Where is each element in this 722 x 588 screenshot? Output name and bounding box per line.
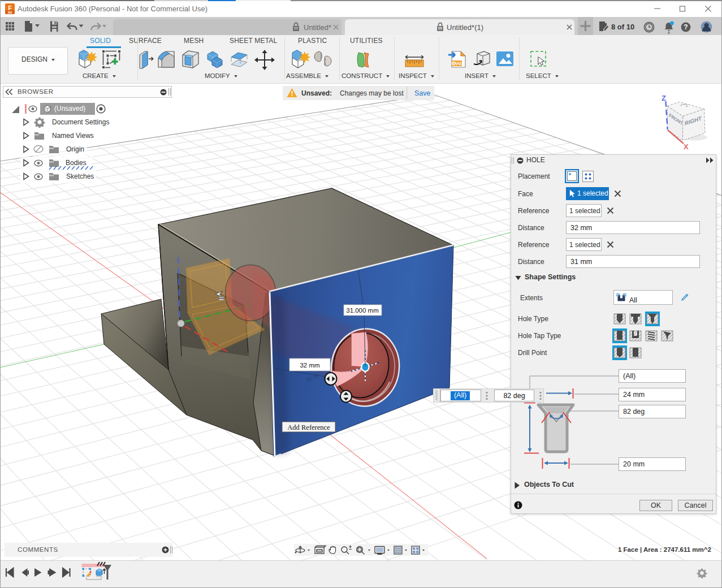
svg-text:31.000 mm: 31.000 mm: [346, 307, 379, 314]
svg-text:?: ?: [684, 23, 688, 31]
svg-text:F: F: [8, 5, 12, 11]
svg-text:Add Reference: Add Reference: [287, 423, 330, 431]
svg-text:360: 360: [8, 11, 12, 14]
svg-text:X: X: [684, 142, 689, 151]
svg-text:Z: Z: [662, 94, 666, 102]
svg-text:32 mm: 32 mm: [300, 362, 319, 369]
